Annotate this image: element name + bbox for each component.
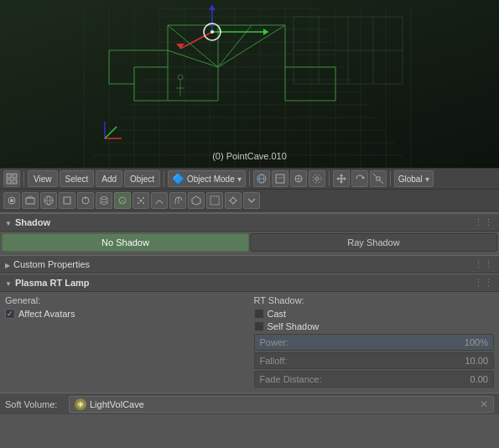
svg-line-93 — [373, 174, 377, 177]
shadow-expand-icon — [5, 217, 12, 227]
add-menu[interactable]: Add — [96, 170, 122, 187]
fade-distance-label: Fade Distance: — [255, 374, 470, 384]
svg-point-108 — [101, 201, 107, 204]
cast-checkbox[interactable] — [254, 309, 264, 319]
rt-shadow-label: RT Shadow: — [254, 295, 495, 305]
object-mode-dropdown[interactable]: 🔷 Object Mode — [168, 170, 246, 187]
icon-bar — [0, 190, 499, 211]
shadow-tabs: No Shadow Ray Shadow — [0, 232, 499, 253]
custom-properties-section[interactable]: Custom Properties ⋮⋮ — [0, 255, 499, 273]
svg-point-111 — [143, 197, 144, 199]
constraints-icon[interactable] — [77, 192, 94, 209]
affect-avatars-row: Affect Avatars — [5, 309, 246, 319]
svg-rect-74 — [13, 180, 17, 184]
svg-marker-117 — [192, 196, 200, 205]
shadow-section-header[interactable]: Shadow ⋮⋮ — [0, 213, 499, 232]
cast-label: Cast — [268, 309, 287, 319]
scene-icon[interactable] — [22, 192, 39, 209]
toolbar-icon-mode[interactable] — [3, 170, 20, 187]
shadow-section: Shadow ⋮⋮ No Shadow Ray Shadow — [0, 211, 499, 255]
snap-icon[interactable] — [290, 170, 307, 187]
svg-rect-102 — [64, 197, 70, 204]
global-dropdown[interactable]: Global — [394, 170, 434, 187]
links-icon[interactable] — [169, 192, 186, 209]
power-value: 100% — [465, 337, 493, 347]
rotate-icon[interactable] — [351, 170, 368, 187]
custom-icon[interactable] — [188, 192, 205, 209]
translate-icon[interactable] — [333, 170, 350, 187]
power-field-row: Power: 100% — [254, 334, 495, 351]
general-props: General: Affect Avatars — [5, 295, 246, 389]
scene2-icon[interactable] — [206, 192, 223, 209]
falloff-field[interactable]: Falloff: 10.00 — [254, 352, 495, 369]
custom-props-title: Custom Properties — [13, 259, 90, 269]
svg-point-114 — [140, 199, 143, 201]
svg-point-119 — [231, 198, 236, 203]
svg-marker-86 — [340, 174, 343, 176]
viewport-object-label: (0) PointCave.010 — [212, 151, 287, 161]
soft-volume-value: LightVolCave — [90, 399, 144, 409]
svg-point-83 — [313, 175, 321, 183]
svg-rect-78 — [276, 175, 284, 183]
physics-icon[interactable] — [151, 192, 168, 209]
svg-rect-73 — [7, 180, 11, 184]
select-menu[interactable]: Select — [60, 170, 95, 187]
particles-icon[interactable] — [133, 192, 149, 209]
plasma-section-dots: ⋮⋮ — [474, 278, 494, 289]
power-field[interactable]: Power: 100% — [254, 334, 495, 351]
svg-marker-89 — [336, 177, 339, 180]
falloff-field-row: Falloff: 10.00 — [254, 352, 495, 369]
svg-point-112 — [138, 202, 139, 204]
viewport-svg — [0, 0, 499, 168]
svg-line-94 — [380, 180, 383, 184]
data-icon[interactable] — [96, 192, 112, 209]
svg-rect-118 — [211, 196, 219, 205]
shadow-section-dots: ⋮⋮ — [474, 217, 494, 228]
svg-point-113 — [143, 202, 144, 204]
plasma-section-header[interactable]: Plasma RT Lamp ⋮⋮ — [0, 273, 499, 292]
toolbar-sep-4 — [329, 171, 330, 186]
no-shadow-tab[interactable]: No Shadow — [2, 233, 249, 252]
self-shadow-checkbox[interactable] — [254, 321, 264, 331]
render-icon[interactable] — [3, 192, 20, 209]
viewport-3d[interactable]: (0) PointCave.010 — [0, 0, 499, 168]
svg-marker-87 — [340, 181, 343, 184]
layers-icon[interactable] — [272, 170, 288, 187]
fade-distance-field[interactable]: Fade Distance: 0.00 — [254, 371, 495, 388]
toolbar-sep-5 — [390, 171, 391, 186]
view-menu[interactable]: View — [28, 170, 58, 187]
toolbar-sep-1 — [23, 171, 24, 186]
custom-props-expand-icon — [5, 259, 10, 269]
render2-icon[interactable] — [225, 192, 242, 209]
toolbar-sep-2 — [164, 171, 164, 186]
viewport-canvas — [0, 0, 499, 168]
proportional-icon[interactable] — [309, 170, 325, 187]
global-icon[interactable] — [253, 170, 270, 187]
falloff-label: Falloff: — [255, 356, 465, 366]
material-icon[interactable] — [114, 192, 131, 209]
plasma-title: Plasma RT Lamp — [15, 278, 90, 288]
affect-avatars-checkbox[interactable] — [5, 309, 15, 319]
toolbar-sep-3 — [249, 171, 250, 186]
rt-shadow-props: RT Shadow: Cast Self Shadow Power: 100% … — [254, 295, 495, 389]
svg-point-110 — [138, 197, 139, 199]
svg-rect-72 — [13, 174, 17, 178]
soft-volume-field[interactable]: LightVolCave ✕ — [69, 396, 494, 413]
plasma-expand-icon — [5, 278, 12, 288]
power-label: Power: — [255, 337, 465, 347]
svg-rect-92 — [377, 177, 380, 180]
soft-volume-row: Soft Volume: LightVolCave ✕ — [0, 393, 499, 414]
fade-distance-value: 0.00 — [470, 374, 493, 384]
object-menu[interactable]: Object — [124, 170, 160, 187]
world-icon[interactable] — [40, 192, 57, 209]
svg-point-84 — [315, 177, 319, 180]
general-label: General: — [5, 295, 246, 305]
main-toolbar: View Select Add Object 🔷 Object Mode Glo… — [0, 168, 499, 190]
last-icon[interactable] — [243, 192, 260, 209]
scale-icon[interactable] — [370, 170, 387, 187]
soft-volume-icon — [75, 399, 86, 410]
custom-props-dots: ⋮⋮ — [474, 259, 494, 270]
ray-shadow-tab[interactable]: Ray Shadow — [250, 233, 497, 252]
object-props-icon[interactable] — [59, 192, 75, 209]
soft-volume-clear-button[interactable]: ✕ — [480, 399, 488, 410]
